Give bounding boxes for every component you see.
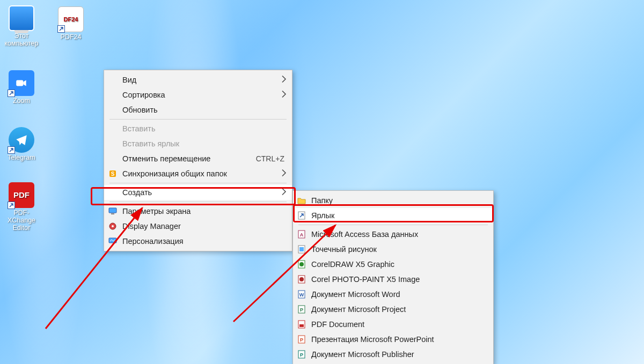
menu-item-personalize[interactable]: Персонализация <box>104 234 292 249</box>
display-settings-icon <box>108 206 118 216</box>
coreldraw-icon <box>297 259 306 269</box>
menu-item-paste-shortcut: Вставить ярлык <box>104 136 292 151</box>
svg-point-16 <box>299 277 304 281</box>
menu-item-sync-folders[interactable]: S Синхронизация общих папок <box>104 166 292 181</box>
submenu-item-word[interactable]: W Документ Microsoft Word <box>293 287 493 302</box>
chevron-right-icon <box>281 91 287 100</box>
menu-item-display-manager[interactable]: Display Manager <box>104 219 292 234</box>
desktop-icon-pdf24[interactable]: DF24 PDF24 <box>49 6 92 41</box>
pdf-editor-icon: PDF <box>9 182 34 208</box>
svg-text:P: P <box>300 307 303 313</box>
svg-rect-3 <box>109 208 116 213</box>
svg-point-14 <box>299 262 304 266</box>
desktop-icon-label: PDF-XChangeEditor <box>0 209 43 232</box>
pc-icon <box>9 5 34 31</box>
pdf-doc-icon <box>297 320 306 329</box>
submenu-item-cpt[interactable]: Corel PHOTO-PAINT X5 Image <box>293 272 493 287</box>
submenu-item-project[interactable]: P Документ Microsoft Project <box>293 302 493 317</box>
desktop-icon-label: Этоткомпьютер <box>0 32 43 48</box>
desktop-icon-label: Telegram <box>0 154 43 161</box>
submenu-item-powerpoint[interactable]: P Презентация Microsoft PowerPoint <box>293 332 493 347</box>
svg-text:W: W <box>299 292 304 298</box>
menu-item-sort[interactable]: Сортировка <box>104 87 292 102</box>
svg-rect-12 <box>299 247 304 251</box>
menu-item-paste: Вставить <box>104 121 292 136</box>
submenu-item-access[interactable]: A Microsoft Access База данных <box>293 227 493 242</box>
telegram-icon <box>9 127 34 153</box>
shortcut-arrow-icon <box>57 25 65 33</box>
folder-icon <box>297 196 306 205</box>
chevron-right-icon <box>281 188 287 197</box>
sync-icon: S <box>108 169 118 179</box>
desktop-icon-this-pc[interactable]: Этоткомпьютер <box>0 5 43 48</box>
svg-rect-0 <box>16 80 23 86</box>
word-icon: W <box>297 289 306 299</box>
menu-shortcut: CTRL+Z <box>243 154 284 163</box>
svg-text:S: S <box>111 171 115 177</box>
submenu-item-folder[interactable]: Папку <box>293 193 493 208</box>
submenu-item-publisher[interactable]: P Документ Microsoft Publisher <box>293 347 493 362</box>
create-submenu: Папку Ярлык A Microsoft Access База данн… <box>292 190 494 364</box>
svg-text:P: P <box>300 337 303 343</box>
menu-item-display-settings[interactable]: Параметры экрана <box>104 204 292 219</box>
menu-item-view[interactable]: Вид <box>104 72 292 87</box>
svg-text:P: P <box>300 352 303 358</box>
shortcut-arrow-icon <box>8 202 15 209</box>
personalize-icon <box>108 236 118 246</box>
desktop-icon-pdfxchange[interactable]: PDF PDF-XChangeEditor <box>0 182 43 232</box>
svg-text:A: A <box>300 232 304 237</box>
shortcut-arrow-icon <box>8 146 15 154</box>
powerpoint-icon: P <box>297 335 306 344</box>
project-icon: P <box>297 304 306 314</box>
menu-item-undo-move[interactable]: Отменить перемещение CTRL+Z <box>104 151 292 166</box>
desktop-icon-label: PDF24 <box>49 33 92 41</box>
desktop-icon-label: Zoom <box>0 97 43 105</box>
menu-item-refresh[interactable]: Обновить <box>104 102 292 117</box>
desktop-context-menu: Вид Сортировка Обновить Вставить Вставит… <box>104 70 292 251</box>
desktop-icon-telegram[interactable]: Telegram <box>0 127 43 161</box>
submenu-item-pdf[interactable]: PDF Document <box>293 317 493 332</box>
submenu-item-bitmap[interactable]: Точечный рисунок <box>293 242 493 257</box>
chevron-right-icon <box>281 76 287 85</box>
bitmap-icon <box>297 244 306 254</box>
pdf24-icon: DF24 <box>58 6 84 32</box>
desktop-icon-zoom[interactable]: Zoom <box>0 70 43 105</box>
svg-point-6 <box>112 225 114 227</box>
menu-item-create[interactable]: Создать <box>104 185 292 200</box>
zoom-icon <box>9 70 34 96</box>
submenu-item-cdr[interactable]: CorelDRAW X5 Graphic <box>293 257 493 272</box>
svg-rect-22 <box>299 324 304 327</box>
access-icon: A <box>297 229 306 239</box>
publisher-icon: P <box>297 350 306 359</box>
display-manager-icon <box>108 221 118 231</box>
submenu-item-shortcut[interactable]: Ярлык <box>293 208 493 223</box>
chevron-right-icon <box>281 169 287 179</box>
shortcut-file-icon <box>297 211 306 220</box>
desktop-icons-col1: Этоткомпьютер Zoom Telegram PDF PDF-XCha… <box>0 3 43 240</box>
shortcut-arrow-icon <box>8 90 15 97</box>
photopaint-icon <box>297 274 306 284</box>
svg-rect-4 <box>111 213 114 214</box>
